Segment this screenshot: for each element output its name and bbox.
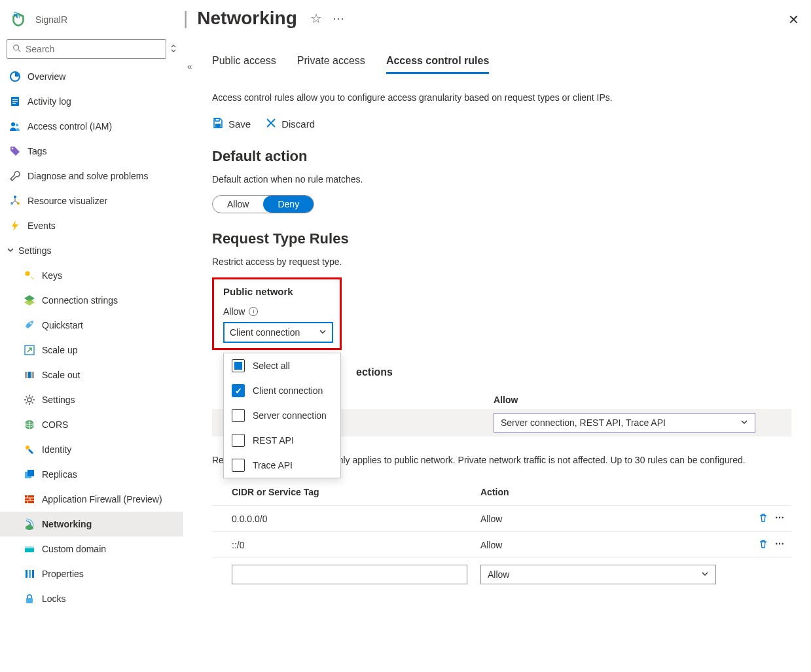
cors-icon xyxy=(24,419,35,431)
checkbox-unchecked[interactable] xyxy=(232,409,245,422)
discard-icon xyxy=(265,117,277,131)
gear-icon xyxy=(24,394,35,406)
allow-select-private[interactable]: Server connection, REST API, Trace API xyxy=(494,413,755,433)
sidebar-item-events[interactable]: Events xyxy=(0,213,183,238)
svg-line-1 xyxy=(18,49,21,52)
sidebar-item-replicas[interactable]: Replicas xyxy=(0,462,183,487)
id-icon xyxy=(24,444,35,455)
sidebar-item-scale-out[interactable]: Scale out xyxy=(0,363,183,387)
domain-icon xyxy=(24,543,35,555)
action-select-value: Allow xyxy=(488,569,509,580)
row-more-icon[interactable]: ⋯ xyxy=(775,539,785,551)
allow-dropdown[interactable]: Select all Client connection Server conn… xyxy=(223,353,341,478)
public-network-label: Public network xyxy=(223,286,331,297)
sidebar-item-label: Access control (IAM) xyxy=(27,121,112,132)
checkbox-unchecked[interactable] xyxy=(232,459,245,472)
sidebar-item-properties[interactable]: Properties xyxy=(0,561,183,586)
graph-icon xyxy=(9,195,21,207)
more-icon[interactable]: ⋯ xyxy=(333,11,344,26)
option-trace-api[interactable]: Trace API xyxy=(224,453,340,478)
search-input-wrap[interactable] xyxy=(7,39,166,59)
sidebar-item-scale-up[interactable]: Scale up xyxy=(0,338,183,363)
chevron-down-icon xyxy=(740,417,748,428)
toggle-allow[interactable]: Allow xyxy=(213,196,263,213)
svg-point-13 xyxy=(26,272,30,276)
sidebar-item-cors[interactable]: CORS xyxy=(0,412,183,437)
sidebar-item-tags[interactable]: Tags xyxy=(0,139,183,164)
action-value: Allow xyxy=(480,540,746,550)
sidebar-item-settings[interactable]: Settings xyxy=(0,387,183,412)
sidebar-item-label: Settings xyxy=(42,395,75,405)
search-icon xyxy=(12,44,22,55)
discard-button[interactable]: Discard xyxy=(265,117,315,131)
option-label: Server connection xyxy=(253,410,327,421)
tag-icon xyxy=(9,145,21,157)
option-rest-api[interactable]: REST API xyxy=(224,428,340,453)
expand-updown-icon[interactable] xyxy=(170,44,177,55)
sidebar-item-label: Identity xyxy=(42,444,71,455)
sidebar-item-firewall[interactable]: Application Firewall (Preview) xyxy=(0,487,183,512)
request-rules-desc: Restrict access by request type. xyxy=(212,256,791,267)
row-more-icon[interactable]: ⋯ xyxy=(775,512,785,525)
toggle-deny[interactable]: Deny xyxy=(263,196,314,213)
cidr-input[interactable] xyxy=(232,565,467,584)
allow-combo[interactable]: Client connection xyxy=(223,322,333,343)
public-network-box: Public network Allow i Client connection… xyxy=(212,277,342,350)
svg-point-0 xyxy=(14,44,19,50)
log-icon xyxy=(9,96,21,107)
sidebar-item-label: Keys xyxy=(42,270,62,281)
search-input[interactable] xyxy=(26,44,160,54)
svg-rect-5 xyxy=(12,101,18,102)
sidebar-item-activity-log[interactable]: Activity log xyxy=(0,89,183,114)
option-label: Select all xyxy=(253,361,290,371)
option-server-connection[interactable]: Server connection xyxy=(224,403,340,428)
lightning-icon xyxy=(9,220,21,232)
sidebar-item-keys[interactable]: Keys xyxy=(0,263,183,288)
sidebar-item-custom-domain[interactable]: Custom domain xyxy=(0,537,183,561)
checkbox-unchecked[interactable] xyxy=(232,434,245,447)
save-icon xyxy=(212,117,224,131)
close-icon[interactable]: ✕ xyxy=(788,12,799,27)
save-label: Save xyxy=(228,118,251,130)
action-select[interactable]: Allow xyxy=(480,565,716,584)
svg-point-14 xyxy=(30,323,32,325)
svg-rect-17 xyxy=(28,372,31,378)
tab-access-control-rules[interactable]: Access control rules xyxy=(386,55,489,74)
sidebar-item-networking[interactable]: Networking xyxy=(0,512,183,537)
sidebar-item-locks[interactable]: Locks xyxy=(0,586,183,611)
sidebar-item-label: Scale up xyxy=(42,345,77,355)
delete-icon[interactable] xyxy=(758,512,768,525)
select-value: Server connection, REST API, Trace API xyxy=(501,417,666,428)
rocket-icon xyxy=(24,319,35,331)
sidebar-nav[interactable]: Overview Activity log Access control (IA… xyxy=(0,64,183,672)
sidebar-item-resource-visualizer[interactable]: Resource visualizer xyxy=(0,188,183,213)
section-settings[interactable]: Settings xyxy=(0,238,183,263)
favorite-star-icon[interactable]: ☆ xyxy=(310,10,322,26)
sidebar-item-diagnose[interactable]: Diagnose and solve problems xyxy=(0,164,183,188)
sidebar-item-label: Resource visualizer xyxy=(27,196,107,206)
request-rules-heading: Request Type Rules xyxy=(212,230,791,247)
svg-point-10 xyxy=(14,196,16,198)
svg-point-22 xyxy=(26,446,29,450)
option-select-all[interactable]: Select all xyxy=(224,353,340,378)
default-action-toggle[interactable]: Allow Deny xyxy=(212,195,314,213)
save-button[interactable]: Save xyxy=(212,117,251,131)
info-icon[interactable]: i xyxy=(249,307,258,316)
properties-icon xyxy=(24,568,35,580)
sidebar-item-label: Locks xyxy=(42,593,66,604)
checkbox-checked[interactable] xyxy=(232,384,245,397)
brand-block: SignalR xyxy=(0,0,183,39)
sidebar-item-identity[interactable]: Identity xyxy=(0,437,183,462)
svg-rect-31 xyxy=(26,598,33,603)
checkbox-indeterminate[interactable] xyxy=(232,359,245,372)
sidebar-item-label: Quickstart xyxy=(42,320,83,330)
tab-private-access[interactable]: Private access xyxy=(297,55,365,74)
sidebar-item-overview[interactable]: Overview xyxy=(0,64,183,89)
delete-icon[interactable] xyxy=(758,539,768,551)
sidebar-item-quickstart[interactable]: Quickstart xyxy=(0,313,183,338)
sidebar-item-iam[interactable]: Access control (IAM) xyxy=(0,114,183,139)
option-client-connection[interactable]: Client connection xyxy=(224,378,340,403)
tab-public-access[interactable]: Public access xyxy=(212,55,276,74)
svg-point-8 xyxy=(16,124,19,127)
sidebar-item-connection-strings[interactable]: Connection strings xyxy=(0,288,183,313)
